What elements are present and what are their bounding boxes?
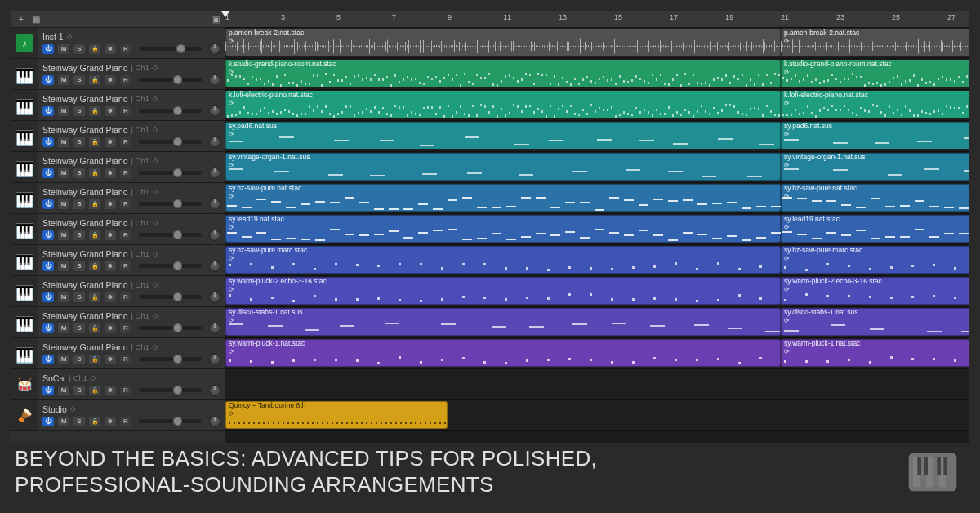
track-header[interactable]: 🪘Studio◇⏻MS🔒❄R: [11, 400, 225, 431]
power-button[interactable]: ⏻: [42, 355, 54, 364]
volume-slider[interactable]: [139, 326, 202, 330]
pan-knob[interactable]: [209, 199, 220, 210]
midi-region[interactable]: sy.hz-saw-pure.nat.stac⟳: [225, 184, 781, 212]
lock-button[interactable]: 🔒: [89, 137, 100, 147]
track-icon-well[interactable]: 🥁: [11, 369, 38, 399]
volume-slider[interactable]: [139, 295, 202, 299]
power-button[interactable]: ⏻: [42, 199, 54, 209]
track-name[interactable]: Steinway Grand Piano: [42, 249, 127, 259]
timeline-ruler[interactable]: 13579111315171921232527: [225, 11, 969, 28]
arrange-lane[interactable]: sy.lead19.nat.stac⟳sy.lead19.nat.stac⟳: [225, 214, 969, 245]
power-button[interactable]: ⏻: [42, 75, 54, 85]
track-header[interactable]: ♪Inst 1◇⏻MS🔒❄R: [11, 28, 225, 59]
solo-button[interactable]: S: [74, 75, 85, 85]
power-button[interactable]: ⏻: [42, 261, 54, 271]
mute-button[interactable]: M: [58, 323, 69, 333]
freeze-button[interactable]: ❄: [105, 199, 116, 209]
track-disclosure-icon[interactable]: ◇: [70, 405, 75, 413]
pan-knob[interactable]: [209, 43, 220, 55]
lock-button[interactable]: 🔒: [89, 417, 100, 426]
solo-button[interactable]: S: [74, 261, 85, 271]
track-icon-well[interactable]: ♪: [11, 28, 38, 58]
mute-button[interactable]: M: [58, 417, 69, 426]
freeze-button[interactable]: ❄: [105, 44, 116, 54]
midi-region[interactable]: sy.lead19.nat.stac⟳: [225, 215, 781, 243]
midi-region[interactable]: sy.disco-stabs-1.nat.sus⟳: [781, 308, 969, 336]
solo-button[interactable]: S: [74, 292, 85, 302]
mute-button[interactable]: M: [58, 106, 69, 116]
freeze-button[interactable]: ❄: [105, 168, 116, 178]
track-icon-well[interactable]: 🎹: [11, 183, 38, 213]
midi-region[interactable]: sy.warm-pluck-2.echo-3-16.stac⟳: [225, 277, 781, 305]
add-track-icon[interactable]: +: [16, 15, 26, 25]
track-name[interactable]: Steinway Grand Piano: [42, 94, 127, 104]
track-name[interactable]: Steinway Grand Piano: [42, 63, 127, 73]
record-enable-button[interactable]: R: [120, 230, 131, 240]
track-name[interactable]: SoCal: [42, 373, 66, 383]
track-disclosure-icon[interactable]: ◇: [153, 64, 158, 71]
midi-region[interactable]: sy.pad6.nat.sus⟳: [781, 122, 969, 149]
mute-button[interactable]: M: [58, 44, 69, 54]
volume-slider[interactable]: [139, 264, 202, 268]
pan-knob[interactable]: [209, 416, 220, 427]
arrange-lane[interactable]: sy.warm-pluck-2.echo-3-16.stac⟳sy.warm-p…: [225, 276, 969, 307]
volume-slider[interactable]: [139, 78, 202, 82]
solo-button[interactable]: S: [74, 199, 85, 209]
volume-slider[interactable]: [139, 202, 202, 206]
record-enable-button[interactable]: R: [120, 137, 131, 147]
arrange-lane[interactable]: sy.hz-saw-pure.marc.stac⟳sy.hz-saw-pure.…: [225, 245, 969, 276]
track-name[interactable]: Steinway Grand Piano: [42, 311, 127, 321]
volume-slider[interactable]: [139, 233, 202, 237]
lock-button[interactable]: 🔒: [89, 75, 100, 85]
lock-button[interactable]: 🔒: [89, 106, 100, 116]
mute-button[interactable]: M: [58, 355, 69, 364]
solo-button[interactable]: S: [74, 44, 85, 54]
midi-region[interactable]: k.lofi-electric-piano.nat.stac⟳: [781, 91, 969, 118]
pan-knob[interactable]: [209, 261, 220, 272]
track-icon-well[interactable]: 🪘: [11, 400, 38, 430]
track-name[interactable]: Steinway Grand Piano: [42, 218, 127, 228]
lock-button[interactable]: 🔒: [89, 323, 100, 333]
arrange-lane[interactable]: k.studio-grand-piano-room.nat.stac⟳k.stu…: [225, 59, 969, 90]
track-name[interactable]: Studio: [42, 404, 67, 414]
mute-button[interactable]: M: [58, 261, 69, 271]
power-button[interactable]: ⏻: [42, 323, 54, 333]
track-header[interactable]: 🥁SoCal| Ch1◇⏻MS🔒❄R: [11, 369, 225, 400]
track-icon-well[interactable]: 🎹: [11, 90, 38, 120]
volume-slider[interactable]: [139, 47, 202, 51]
track-disclosure-icon[interactable]: ◇: [91, 374, 96, 381]
track-name[interactable]: Steinway Grand Piano: [42, 342, 127, 352]
solo-button[interactable]: S: [74, 323, 85, 333]
midi-region[interactable]: sy.lead19.nat.stac⟳: [781, 215, 969, 243]
record-enable-button[interactable]: R: [120, 261, 131, 271]
power-button[interactable]: ⏻: [42, 386, 54, 395]
lock-button[interactable]: 🔒: [89, 44, 100, 54]
midi-region[interactable]: sy.pad6.nat.sus⟳: [225, 122, 781, 149]
track-icon-well[interactable]: 🎹: [11, 276, 38, 306]
midi-region[interactable]: sy.vintage-organ-1.nat.sus⟳: [781, 153, 969, 181]
track-icon-well[interactable]: 🎹: [11, 307, 38, 337]
track-disclosure-icon[interactable]: ◇: [153, 157, 158, 164]
volume-slider[interactable]: [139, 109, 202, 113]
solo-button[interactable]: S: [74, 106, 85, 116]
mute-button[interactable]: M: [58, 292, 69, 302]
lock-button[interactable]: 🔒: [89, 168, 100, 178]
track-disclosure-icon[interactable]: ◇: [153, 250, 158, 257]
track-disclosure-icon[interactable]: ◇: [153, 343, 158, 350]
track-icon-well[interactable]: 🎹: [11, 121, 38, 151]
track-header[interactable]: 🎹Steinway Grand Piano| Ch1◇⏻MS🔒❄R: [11, 183, 225, 214]
arrange-lane[interactable]: k.lofi-electric-piano.nat.stac⟳k.lofi-el…: [225, 90, 969, 121]
volume-slider[interactable]: [139, 388, 202, 392]
lock-button[interactable]: 🔒: [89, 261, 100, 271]
volume-slider[interactable]: [139, 140, 202, 144]
record-enable-button[interactable]: R: [120, 323, 131, 333]
arrange-lane[interactable]: sy.disco-stabs-1.nat.sus⟳sy.disco-stabs-…: [225, 307, 969, 338]
pan-knob[interactable]: [209, 105, 220, 117]
midi-region[interactable]: sy.vintage-organ-1.nat.sus⟳: [225, 153, 781, 181]
arrange-lane[interactable]: [225, 369, 969, 400]
record-enable-button[interactable]: R: [120, 292, 131, 302]
track-disclosure-icon[interactable]: ◇: [153, 188, 158, 195]
track-disclosure-icon[interactable]: ◇: [67, 33, 72, 40]
freeze-button[interactable]: ❄: [105, 417, 116, 426]
track-list-options-icon[interactable]: ▦: [31, 15, 41, 25]
